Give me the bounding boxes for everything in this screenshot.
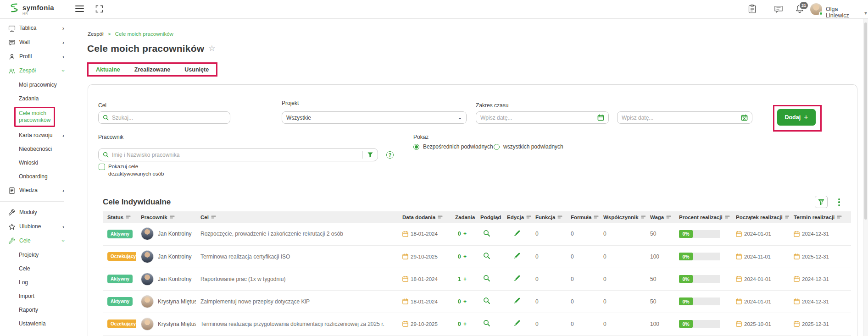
edit-cell <box>502 313 531 335</box>
column-header-termin-realizacji[interactable]: Termin realizacji <box>789 211 851 223</box>
edit-cell <box>502 223 531 245</box>
filter-funnel-icon[interactable] <box>367 152 373 158</box>
sidebar-item-ustawienia[interactable]: Ustawienia <box>0 317 70 330</box>
calendar-end-icon[interactable] <box>741 114 748 121</box>
preview-icon[interactable] <box>480 275 490 282</box>
radio-direct-subordinates[interactable]: Bezpośrednich podwładnych <box>413 143 493 150</box>
chevron-right-icon: › <box>62 224 64 230</box>
edit-icon[interactable] <box>507 297 521 304</box>
waga-cell: 100 <box>645 313 674 335</box>
date-added-cell: 18-01-2024 <box>398 223 451 245</box>
date-to-input[interactable] <box>622 115 738 121</box>
column-label: Początek realizacji <box>736 215 783 220</box>
column-header-status[interactable]: Status <box>103 211 136 223</box>
goals-table: StatusPracownikCelData dodaniaZadaniaPod… <box>103 211 851 336</box>
sidebar-item-raporty[interactable]: Raporty <box>0 303 70 317</box>
column-header-poczatek-realizacji[interactable]: Początek realizacji <box>731 211 789 223</box>
table-filter-button[interactable] <box>815 196 828 208</box>
edit-icon[interactable] <box>507 319 521 327</box>
help-icon[interactable]: ? <box>386 151 394 159</box>
notification-count-badge: 21 <box>799 1 809 10</box>
notifications-bell-icon[interactable]: 21 <box>795 4 804 14</box>
column-header-zadania: Zadania <box>451 211 476 223</box>
fullscreen-icon[interactable] <box>95 5 103 13</box>
edit-icon[interactable] <box>507 275 521 282</box>
projekt-select[interactable]: Wszystkie ⌄ <box>282 111 467 124</box>
sidebar-item-wnioski[interactable]: Wnioski <box>0 156 70 170</box>
tasks-count-link[interactable]: 0 + <box>455 231 467 237</box>
edit-icon[interactable] <box>507 230 521 237</box>
column-header-edycja[interactable]: Edycja <box>502 211 531 223</box>
date-added-value: 18-01-2024 <box>411 299 438 304</box>
status-cell: Oczekujący <box>103 313 136 335</box>
sidebar-item-profil[interactable]: Profil› <box>0 50 70 64</box>
sidebar-item-label: Projekty <box>19 252 39 259</box>
column-header-pracownik[interactable]: Pracownik <box>136 211 196 223</box>
sidebar-item-cele[interactable]: Cele› <box>0 234 70 248</box>
column-header-cel[interactable]: Cel <box>196 211 398 223</box>
sidebar-item-karta-rozwoju[interactable]: Karta rozwoju› <box>0 128 70 142</box>
scrollbar-track <box>863 19 868 336</box>
user-menu[interactable]: Olga Liniewicz ▼ <box>826 6 868 19</box>
add-goal-button[interactable]: Dodaj + <box>777 109 816 126</box>
edit-icon[interactable] <box>507 252 521 259</box>
preview-cell <box>476 245 502 268</box>
sidebar-item-ulubione[interactable]: Ulubione› <box>0 220 70 234</box>
kebab-menu-icon[interactable] <box>836 197 842 208</box>
symfonia-logo[interactable]: symfonia HR <box>9 3 54 16</box>
sidebar-item-zadania[interactable]: Zadania <box>0 92 70 105</box>
employee-name: Jan Kontrolny <box>158 253 191 260</box>
user-avatar[interactable] <box>810 3 822 15</box>
tab-usuniete[interactable]: Usunięte <box>184 66 209 73</box>
breadcrumb-parent[interactable]: Zespół <box>88 31 104 37</box>
sidebar-item-wall[interactable]: Wall› <box>0 35 70 50</box>
preview-icon[interactable] <box>480 252 490 259</box>
sidebar-item-cele-moich-pracownikow[interactable]: Cele moichpracowników <box>0 105 70 128</box>
column-header-funkcja[interactable]: Funkcja <box>531 211 566 223</box>
column-header-wspolczynnik[interactable]: Współczynnik <box>599 211 645 223</box>
sidebar-item-import[interactable]: Import <box>0 289 70 303</box>
radio-unselected-icon <box>494 144 500 150</box>
hamburger-icon[interactable] <box>75 6 84 14</box>
document-icon <box>8 187 16 194</box>
sidebar-item-onboarding[interactable]: Onboarding <box>0 170 70 183</box>
date-from-input[interactable] <box>480 115 594 121</box>
sidebar-item-zespol[interactable]: Zespół› <box>0 64 70 78</box>
radio-all-subordinates[interactable]: wszystkich podwładnych <box>494 143 563 150</box>
tasks-cell: 0 + <box>451 245 476 268</box>
sidebar-item-projekty[interactable]: Projekty <box>0 248 70 262</box>
sidebar-item-tablica[interactable]: Tablica› <box>0 21 70 35</box>
preview-icon[interactable] <box>480 297 490 304</box>
scrollbar-thumb[interactable] <box>864 22 867 220</box>
clipboard-icon[interactable] <box>748 4 757 14</box>
show-deactivated-checkbox[interactable]: Pokazuj cele dezaktywowanych osób <box>99 163 164 177</box>
tasks-count-link[interactable]: 0 + <box>455 321 467 327</box>
status-badge: Aktywny <box>107 297 133 306</box>
employee-cell: Jan Kontrolny <box>136 245 196 268</box>
column-header-formula[interactable]: Formuła <box>566 211 599 223</box>
sidebar-item-moduly[interactable]: Moduły <box>0 205 70 220</box>
tab-zrealizowane[interactable]: Zrealizowane <box>134 66 171 73</box>
sidebar-item-cele[interactable]: Cele <box>0 262 70 275</box>
date-added-value: 29-10-2025 <box>411 321 438 327</box>
preview-icon[interactable] <box>480 230 490 237</box>
pracownik-search-input[interactable] <box>112 152 358 158</box>
sidebar-item-wiedza[interactable]: Wiedza› <box>0 183 70 198</box>
sidebar-item-nieobecnosci[interactable]: Nieobecności <box>0 142 70 156</box>
tasks-count-link[interactable]: 0 + <box>455 253 467 260</box>
tasks-count-link[interactable]: 1 + <box>455 276 467 282</box>
sidebar-item-moi-pracownicy[interactable]: Moi pracownicy <box>0 78 70 92</box>
tab-aktualne[interactable]: Aktualne <box>96 66 120 73</box>
column-header-procent-realizacji[interactable]: Procent realizacji <box>674 211 731 223</box>
tasks-count-link[interactable]: 0 + <box>455 298 467 305</box>
favorite-star-icon[interactable]: ☆ <box>208 44 215 53</box>
messages-icon[interactable] <box>774 5 783 13</box>
start-date-cell: 2025-10-01 <box>731 313 789 335</box>
preview-icon[interactable] <box>480 319 490 327</box>
column-header-waga[interactable]: Waga <box>645 211 674 223</box>
sidebar-item-log[interactable]: Log <box>0 275 70 289</box>
cel-search-input[interactable] <box>112 115 226 121</box>
column-header-data-dodania[interactable]: Data dodania <box>398 211 451 223</box>
column-label: Termin realizacji <box>794 215 835 220</box>
calendar-icon[interactable] <box>597 114 604 121</box>
